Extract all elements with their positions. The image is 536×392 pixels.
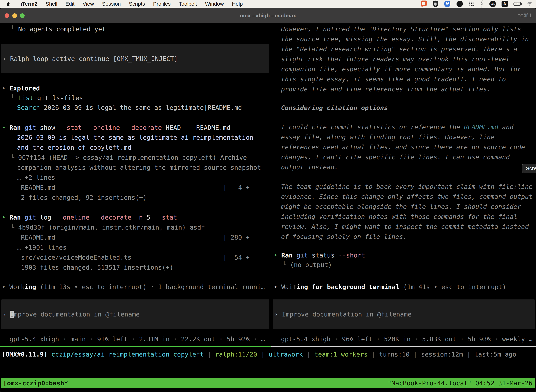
apple-menu-icon[interactable]	[6, 2, 11, 6]
terminal-line-right: • Waiting for background terminal (1m 41…	[274, 282, 506, 292]
terminal-line-left: … +1901 lines	[17, 242, 67, 252]
terminal-content: Scre [omx-cczip0:bash* "MacBook-Pro-44.l…	[0, 23, 536, 392]
screen-overlay-tooltip: Scre	[522, 164, 536, 173]
menu-item-help[interactable]: Help	[232, 1, 243, 7]
moon-contrast-icon[interactable]	[456, 0, 463, 8]
menu-item-iterm2[interactable]: iTerm2	[21, 1, 38, 7]
window-title-bar[interactable]: omx --xhigh --madmax ⌥⌘1	[0, 8, 536, 23]
terminal-line-right: including verification notes with those …	[281, 212, 517, 222]
terminal-line-right: └ (no output)	[282, 260, 332, 270]
terminal-line-left: › Improve documentation in @filename	[2, 309, 140, 319]
input-source-icon[interactable]: A	[502, 0, 508, 8]
terminal-line-left: src/voice/voiceModeEnabled.ts | 54 +	[21, 252, 249, 262]
menu-item-scripts[interactable]: Scripts	[129, 1, 145, 7]
menu-item-profiles[interactable]: Profiles	[153, 1, 171, 7]
terminal-line-left: › Ralph loop active continue [OMX_TMUX_I…	[2, 54, 178, 64]
iterm2-window: omx --xhigh --madmax ⌥⌘1 Scre [omx-cczip…	[0, 8, 536, 392]
terminal-line-left: └ 4b9d30f (origin/main, instructkr/main,…	[10, 222, 205, 232]
badge-61-icon[interactable]: ..61	[489, 0, 496, 8]
terminal-line-left: └ No agents completed yet	[10, 24, 106, 34]
terminal-line-right: evidence. Since this change only affects…	[281, 191, 532, 202]
terminal-line-left: 2 files changed, 92 insertions(+)	[21, 192, 147, 202]
blue-zigzag-icon[interactable]	[444, 0, 451, 8]
terminal-line-left: └ List git ls-files	[10, 93, 83, 103]
terminal-line-right: Considering citation options	[281, 103, 388, 113]
terminal-line-right: review. Also, I might want to inspect th…	[281, 222, 529, 232]
terminal-line-right: output instead.	[281, 162, 338, 172]
screen-overlay-tooltip-label: Scre	[526, 165, 536, 171]
menu-item-shell[interactable]: Shell	[46, 1, 57, 7]
squiggle-icon[interactable]	[479, 0, 484, 8]
terminal-line-right: The team guideline is to back every impo…	[281, 182, 532, 191]
terminal-line-left: 2026-03-09-is-legal-the-same-as-legitima…	[17, 132, 257, 142]
battery-bolt: ⚡	[516, 2, 518, 5]
left-pane-bottom-border	[0, 346, 271, 347]
terminal-line-right: the source tree, missing the essay. Stil…	[281, 34, 529, 44]
right-pane-bottom-border	[271, 346, 536, 347]
menu-item-session[interactable]: Session	[102, 1, 121, 7]
terminal-line-right: changes, I can't cite specific file line…	[281, 152, 510, 162]
terminal-line-left: … +2 lines	[17, 173, 55, 182]
terminal-line-right: • Ran git status --short	[274, 250, 365, 260]
terminal-line-left: • Working (11m 13s • esc to interrupt) ·…	[2, 282, 265, 292]
terminal-line-left: and-the-erosion-of-copyleft.md	[17, 142, 131, 152]
menu-item-view[interactable]: View	[83, 1, 94, 7]
pane-divider[interactable]	[271, 23, 271, 346]
menu-item-toolbelt[interactable]: Toolbelt	[179, 1, 197, 7]
shield-grid-icon[interactable]	[433, 0, 438, 8]
terminal-line-right: provide file and line references from th…	[281, 84, 491, 94]
menu-item-edit[interactable]: Edit	[65, 1, 75, 7]
terminal-line-right: might be acceptable alongside the file l…	[281, 202, 521, 212]
macos-menu-bar: iTerm2ShellEditViewSessionScriptsProfile…	[0, 0, 536, 8]
terminal-line-left: • Ran git show --stat --oneline --decora…	[2, 123, 230, 133]
tmux-host-clock-label: "MacBook-Pro-44.local" 04:52 31-Mar-26	[388, 378, 532, 388]
menu-items: iTerm2ShellEditViewSessionScriptsProfile…	[21, 1, 251, 7]
menu-item-window[interactable]: Window	[205, 1, 224, 7]
terminal-line-right: references need actual files, and since …	[281, 142, 525, 152]
terminal-line-right: gpt-5.4 xhigh · 96% left · 520K in · 5.8…	[281, 334, 532, 344]
window-shortcut-badge: ⌥⌘1	[517, 8, 532, 23]
terminal-line-right: slight risk that future readers may over…	[281, 54, 510, 64]
window-title: omx --xhigh --madmax	[0, 8, 536, 23]
terminal-line-left: └ 067f154 (HEAD -> essay/ai-reimplementa…	[10, 152, 247, 163]
wifi-icon[interactable]	[526, 0, 533, 8]
terminal-line-right: this single essay, it seems like a good …	[281, 74, 506, 84]
terminal-line-left: • Ran git log --oneline --decorate -n 5 …	[2, 212, 177, 222]
terminal-line-right: However, I noticed the "Directory Struct…	[281, 24, 521, 34]
terminal-line-right: the "Related research writing" section i…	[281, 44, 517, 54]
battery-icon[interactable]: ⚡	[513, 0, 521, 8]
terminal-line-right: essay file, along with finding root file…	[281, 132, 494, 142]
terminal-line-left: • Explored	[2, 83, 40, 93]
terminal-line-left: README.md | 280 +	[21, 232, 249, 242]
omx-status-bar: [OMX#0.11.9] cczip/essay/ai-reimplementa…	[2, 349, 516, 359]
terminal-line-left: companion analysis without altering the …	[17, 163, 261, 173]
dots-grid-icon[interactable]	[469, 0, 474, 8]
terminal-line-left: 1903 files changed, 513517 insertions(+)	[21, 262, 173, 272]
terminal-line-left: gpt-5.4 xhigh · main · 91% left · 2.31M …	[10, 334, 265, 344]
tmux-status-bar: [omx-cczip0:bash* "MacBook-Pro-44.local"…	[1, 378, 535, 388]
terminal-line-right: I could cite commit statistics or refere…	[281, 122, 513, 132]
tmux-session-label: [omx-cczip0:bash*	[3, 378, 68, 388]
terminal-line-left: README.md | 4 +	[21, 182, 249, 192]
input-source-label: A	[502, 1, 508, 7]
terminal-line-left: Search 2026-03-09-is-legal-the-same-as-l…	[17, 103, 242, 112]
terminal-line-right: companion file, especially if more comme…	[281, 64, 521, 74]
badge-61-label: ..61	[489, 1, 496, 7]
terminal-line-right: of focusing solely on file lines.	[281, 232, 407, 242]
chat-app-icon[interactable]	[421, 0, 427, 8]
terminal-line-right: › Improve documentation in @filename	[274, 309, 412, 319]
